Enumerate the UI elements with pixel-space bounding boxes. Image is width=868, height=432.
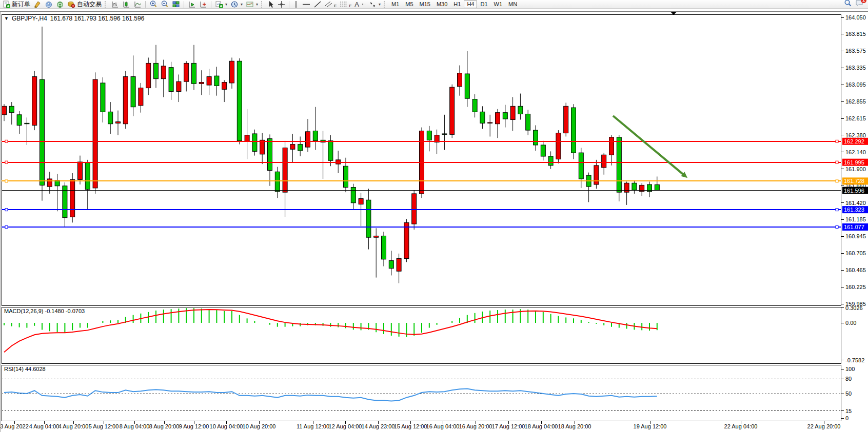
chevron-down-icon: ▾ — [241, 2, 243, 7]
bar-chart-button[interactable] — [109, 1, 121, 8]
fibonacci-tool-button[interactable]: F — [338, 1, 353, 8]
candle — [230, 61, 234, 83]
text-tool-button[interactable]: A — [353, 1, 361, 8]
candle — [594, 166, 599, 184]
new-order-button[interactable]: 新订单 — [1, 1, 32, 8]
axis-label: 22 Aug 04:00 — [724, 423, 758, 429]
timeframe-h1[interactable]: H1 — [450, 1, 464, 8]
candle — [564, 106, 568, 133]
trendline-tool-button[interactable] — [312, 1, 323, 8]
candle — [275, 172, 280, 192]
axis-label: 50 — [845, 390, 852, 397]
candle — [472, 99, 477, 112]
timeframe-m1[interactable]: M1 — [388, 1, 402, 8]
text-label-tool-button[interactable] — [361, 1, 367, 8]
price-line-handle[interactable] — [836, 209, 838, 211]
cursor-icon — [267, 1, 274, 8]
periods-button[interactable]: ▾ — [229, 1, 244, 8]
candle — [480, 112, 485, 123]
timeframe-d1[interactable]: D1 — [477, 1, 490, 8]
candle — [2, 106, 7, 115]
candle — [93, 79, 97, 188]
axis-label: 162.292 — [844, 138, 864, 145]
candle — [101, 83, 105, 112]
vertical-line-tool-button[interactable] — [291, 1, 301, 8]
candle — [579, 153, 583, 179]
candle — [214, 76, 219, 86]
toolbar-separator — [145, 1, 146, 8]
autotrading-button[interactable]: 自动交易 — [66, 1, 103, 8]
signals-button[interactable] — [54, 1, 66, 8]
zoom-out-button[interactable] — [159, 1, 170, 8]
candle — [260, 140, 265, 154]
indicators-icon — [246, 1, 254, 8]
chevron-down-icon: ▾ — [379, 2, 381, 7]
autotrading-label: 自动交易 — [77, 0, 102, 9]
crosshair-tool-button[interactable] — [276, 1, 287, 8]
price-line-handle[interactable] — [5, 209, 8, 211]
candle — [116, 122, 121, 124]
crosshair-icon — [278, 1, 285, 8]
price-line-handle[interactable] — [836, 225, 838, 228]
candle — [571, 108, 576, 153]
price-line-handle[interactable] — [836, 161, 838, 163]
chat-button[interactable]: 1 — [855, 0, 864, 9]
chart-shift-button[interactable] — [198, 1, 209, 8]
channel-tool-button[interactable]: E — [323, 1, 338, 8]
candle — [503, 113, 507, 119]
candle — [306, 132, 310, 147]
rsi-line — [4, 388, 657, 401]
horizontal-line-tool-button[interactable] — [301, 1, 312, 8]
timeframe-m5[interactable]: M5 — [402, 1, 416, 8]
price-line-handle[interactable] — [836, 140, 838, 142]
axis-label: 10 Aug 20:00 — [243, 423, 276, 429]
arrows-tool-button[interactable]: ▾ — [367, 1, 382, 8]
cursor-tool-button[interactable] — [266, 1, 276, 8]
timeframe-mn[interactable]: MN — [505, 1, 520, 8]
chat-badge: 1 — [861, 0, 866, 3]
community-button[interactable] — [43, 1, 54, 8]
candle — [427, 131, 431, 140]
candlestick-chart[interactable]: 164.050163.815163.575163.335163.095162.8… — [0, 0, 868, 432]
indicators-button[interactable]: ▾ — [244, 1, 260, 8]
auto-scroll-button[interactable] — [186, 1, 198, 8]
axis-label: 19 Aug 12:00 — [634, 423, 667, 429]
price-line-handle[interactable] — [5, 180, 8, 182]
auto-scroll-icon — [188, 1, 196, 8]
timeframe-h4[interactable]: H4 — [464, 1, 477, 8]
zoom-out-icon — [161, 0, 169, 8]
editor-button[interactable] — [32, 1, 43, 8]
timeframe-m30[interactable]: M30 — [433, 1, 450, 8]
timeframe-m15[interactable]: M15 — [417, 1, 433, 8]
candle — [488, 122, 492, 123]
axis-label: 4 Aug 20:00 — [58, 423, 89, 429]
candle — [252, 134, 257, 151]
candle — [85, 162, 90, 189]
candle — [184, 63, 189, 81]
timeframe-w1[interactable]: W1 — [491, 1, 506, 8]
axis-label: 16 Aug 04:00 — [426, 423, 460, 429]
tile-windows-button[interactable] — [170, 1, 182, 8]
price-line-handle[interactable] — [5, 140, 8, 142]
chart-dropdown-icon[interactable]: ▼ — [4, 16, 9, 21]
axis-label: 18 Aug 20:00 — [558, 423, 591, 429]
community-icon — [45, 1, 53, 8]
price-line-handle[interactable] — [5, 161, 8, 163]
zoom-in-button[interactable] — [148, 1, 159, 8]
candle — [298, 145, 303, 151]
horizontal-line-icon — [302, 1, 310, 8]
candle — [366, 200, 371, 237]
trend-arrow[interactable] — [613, 116, 684, 175]
axis-label: 160.465 — [845, 267, 866, 273]
candle — [9, 106, 14, 112]
candle — [192, 63, 196, 84]
axis-label: 163.815 — [845, 31, 866, 37]
price-line-handle[interactable] — [5, 225, 8, 228]
new-chart-icon — [215, 1, 223, 8]
line-chart-button[interactable] — [132, 1, 143, 8]
axis-label: 14 Aug 23:00 — [362, 423, 395, 429]
new-chart-button[interactable]: ▾ — [213, 1, 229, 8]
search-icon[interactable] — [844, 0, 852, 9]
candlestick-chart-button[interactable] — [121, 1, 132, 8]
price-line-handle[interactable] — [836, 180, 838, 182]
